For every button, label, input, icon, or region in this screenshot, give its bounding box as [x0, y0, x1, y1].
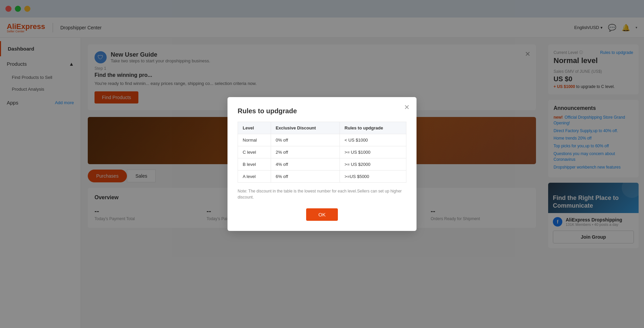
row-3-rules: >=US $5000: [340, 171, 406, 183]
modal-col-discount: Exclusive Discount: [271, 122, 340, 134]
modal-close-button[interactable]: ✕: [404, 104, 410, 111]
row-0-rules: < US $1000: [340, 134, 406, 146]
modal-note: Note: The discount in the table is the l…: [238, 188, 406, 200]
row-0-discount: 0% off: [271, 134, 340, 146]
modal-ok-button[interactable]: OK: [306, 208, 338, 221]
row-2-rules: >= US $2000: [340, 158, 406, 171]
row-2-level: B level: [238, 158, 271, 171]
row-1-level: C level: [238, 146, 271, 158]
table-row: A level 6% off >=US $5000: [238, 171, 406, 183]
table-row: C level 2% off >= US $1000: [238, 146, 406, 158]
modal: Rules to updgrade ✕ Level Exclusive Disc…: [227, 97, 417, 231]
row-1-rules: >= US $1000: [340, 146, 406, 158]
modal-col-level: Level: [238, 122, 271, 134]
row-3-discount: 6% off: [271, 171, 340, 183]
row-2-discount: 4% off: [271, 158, 340, 171]
row-0-level: Normal: [238, 134, 271, 146]
row-1-discount: 2% off: [271, 146, 340, 158]
modal-table: Level Exclusive Discount Rules to updgra…: [238, 122, 406, 183]
table-row: Normal 0% off < US $1000: [238, 134, 406, 146]
modal-col-rules: Rules to updgrade: [340, 122, 406, 134]
row-3-level: A level: [238, 171, 271, 183]
modal-title: Rules to updgrade: [238, 107, 406, 115]
modal-overlay: Rules to updgrade ✕ Level Exclusive Disc…: [0, 0, 644, 328]
table-row: B level 4% off >= US $2000: [238, 158, 406, 171]
